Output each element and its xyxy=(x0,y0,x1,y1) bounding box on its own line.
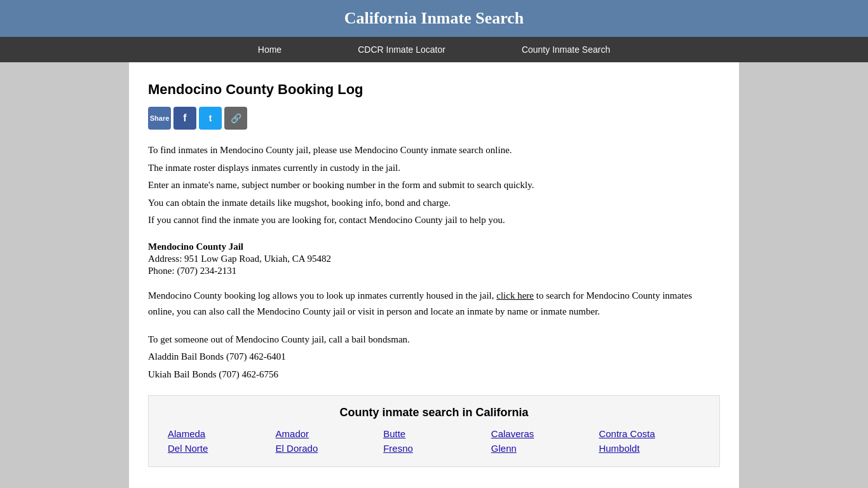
county-link[interactable]: Amador xyxy=(276,428,377,439)
main-nav: Home CDCR Inmate Locator County Inmate S… xyxy=(0,37,868,62)
nav-cdcr[interactable]: CDCR Inmate Locator xyxy=(320,37,484,62)
intro-line-1: To find inmates in Mendocino County jail… xyxy=(148,142,720,159)
booking-log-text-before: Mendocino County booking log allows you … xyxy=(148,290,494,301)
county-link[interactable]: Contra Costa xyxy=(599,428,700,439)
bail-info: To get someone out of Mendocino County j… xyxy=(148,332,720,383)
county-link[interactable]: Butte xyxy=(383,428,485,439)
intro-line-3: Enter an inmate's name, subject number o… xyxy=(148,177,720,194)
content-wrapper: Mendocino County Booking Log Share f t 🔗… xyxy=(129,62,739,488)
county-link[interactable]: El Dorado xyxy=(276,443,377,454)
booking-log-paragraph: Mendocino County booking log allows you … xyxy=(148,288,720,320)
county-link[interactable]: Humboldt xyxy=(599,443,700,454)
county-link[interactable]: Fresno xyxy=(383,443,485,454)
county-search-section: County inmate search in California Alame… xyxy=(148,395,720,467)
county-link[interactable]: Alameda xyxy=(168,428,269,439)
county-link[interactable]: Calaveras xyxy=(491,428,593,439)
county-link[interactable]: Glenn xyxy=(491,443,593,454)
nav-county[interactable]: County Inmate Search xyxy=(484,37,648,62)
intro-line-2: The inmate roster displays inmates curre… xyxy=(148,160,720,177)
intro-line-5: If you cannot find the inmate you are lo… xyxy=(148,212,720,229)
county-search-title: County inmate search in California xyxy=(161,406,707,419)
county-grid: AlamedaAmadorButteCalaverasContra CostaD… xyxy=(161,428,707,454)
jail-address: Address: 951 Low Gap Road, Ukiah, CA 954… xyxy=(148,254,720,264)
twitter-button[interactable]: t xyxy=(199,107,222,130)
jail-title: Mendocino County Jail xyxy=(148,241,720,252)
site-header: California Inmate Search xyxy=(0,0,868,37)
share-button[interactable]: Share xyxy=(148,107,171,130)
jail-phone: Phone: (707) 234-2131 xyxy=(148,266,720,276)
copy-link-button[interactable]: 🔗 xyxy=(224,107,247,130)
jail-info: Mendocino County Jail Address: 951 Low G… xyxy=(148,241,720,276)
social-buttons: Share f t 🔗 xyxy=(148,107,720,130)
intro-line-4: You can obtain the inmate details like m… xyxy=(148,195,720,212)
bail-intro: To get someone out of Mendocino County j… xyxy=(148,332,720,348)
facebook-button[interactable]: f xyxy=(173,107,196,130)
nav-home[interactable]: Home xyxy=(220,37,320,62)
page-title: Mendocino County Booking Log xyxy=(148,81,720,98)
county-link[interactable]: Del Norte xyxy=(168,443,269,454)
bail-bondsman2: Ukiah Bail Bonds (707) 462-6756 xyxy=(148,367,720,383)
intro-text: To find inmates in Mendocino County jail… xyxy=(148,142,720,229)
click-here-link[interactable]: click here xyxy=(496,290,534,301)
bail-bondsman1: Aladdin Bail Bonds (707) 462-6401 xyxy=(148,349,720,365)
site-title: California Inmate Search xyxy=(13,9,855,28)
